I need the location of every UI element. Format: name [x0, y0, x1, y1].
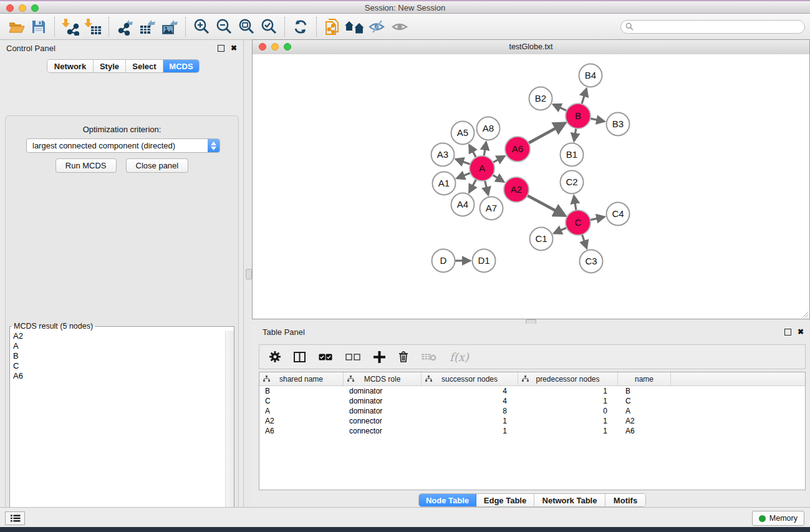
graph-edge-A-A1[interactable] [457, 173, 471, 178]
list-scrollbar[interactable] [225, 331, 234, 532]
show-columns-icon[interactable] [294, 352, 306, 362]
zoom-selected-button[interactable] [258, 16, 280, 37]
graph-edge-C-C3[interactable] [582, 233, 587, 248]
eye-slash-icon [368, 19, 387, 35]
graph-edge-C-C2[interactable] [574, 196, 576, 211]
float-table-panel-icon[interactable] [784, 329, 791, 336]
tab-network[interactable]: Network [47, 60, 94, 72]
network-canvas[interactable]: B4B2BB3A8A5A6A3B1AA1C2A2A4A7C4CC1C3DD1 [253, 54, 809, 319]
home-overview-button[interactable] [344, 16, 366, 37]
graph-edge-C-C1[interactable] [554, 227, 568, 233]
tab-mcds[interactable]: MCDS [163, 60, 199, 72]
tab-style[interactable]: Style [94, 60, 126, 72]
refresh-layout-button[interactable] [289, 16, 312, 37]
close-panel-icon[interactable]: ✖ [231, 44, 237, 52]
select-all-icon[interactable] [319, 354, 332, 360]
close-panel-button[interactable]: Close panel [126, 158, 189, 173]
cell: 1 [422, 417, 518, 425]
network-view-window: testGlobe.txt B4B2BB3A8A5A6A3B1AA1C2A2A4… [252, 39, 810, 319]
graph-edge-A-A5[interactable] [470, 145, 477, 158]
graph-edge-B-B2[interactable] [553, 105, 567, 112]
open-file-button[interactable] [5, 16, 27, 37]
attribute-tree-icon [425, 375, 432, 382]
delete-column-icon[interactable] [398, 351, 408, 362]
table-row[interactable]: Adominator80A [259, 406, 805, 416]
mcds-result-item[interactable]: A6 [13, 371, 234, 381]
graph-edge-A-A7[interactable] [485, 180, 488, 195]
graph-edge-A-A6[interactable] [492, 156, 504, 163]
mcds-result-box: MCDS result (5 nodes) A2ABCA6 [9, 322, 234, 532]
mcds-result-item[interactable]: A [13, 341, 234, 351]
resize-grip-icon[interactable] [801, 310, 809, 318]
float-panel-icon[interactable] [218, 45, 224, 52]
add-column-icon[interactable] [374, 351, 385, 363]
graph-edge-A-A4[interactable] [470, 178, 477, 192]
column-header-successor-nodes[interactable]: successor nodes [422, 372, 518, 385]
export-table-button[interactable] [136, 16, 158, 37]
table-row[interactable]: A6connector11A6 [259, 426, 805, 436]
run-mcds-button[interactable]: Run MCDS [55, 158, 117, 173]
toolbar-separator [316, 17, 317, 37]
graph-edge-A-A8[interactable] [484, 142, 486, 157]
graph-edge-B-B3[interactable] [589, 118, 604, 122]
close-table-panel-icon[interactable]: ✖ [798, 328, 804, 336]
settings-gear-icon[interactable] [269, 351, 281, 362]
column-header-MCDS-role[interactable]: MCDS role [344, 372, 422, 385]
search-box[interactable] [620, 20, 805, 34]
unselect-all-icon[interactable] [345, 354, 360, 360]
table-row[interactable]: Bdominator41B [259, 386, 805, 396]
table-row[interactable]: Cdominator41C [259, 396, 805, 406]
export-image-button[interactable] [158, 16, 181, 37]
zoom-selected-icon [260, 18, 277, 36]
network-file-button[interactable] [321, 16, 344, 37]
import-network-icon [62, 18, 79, 36]
graph-edge-A-A3[interactable] [456, 159, 471, 165]
graph-edge-B-B1[interactable] [574, 127, 577, 141]
open-folder-icon [7, 19, 25, 35]
task-history-button[interactable] [5, 511, 25, 525]
network-window-titlebar[interactable]: testGlobe.txt [253, 40, 809, 55]
mcds-result-title: MCDS result (5 nodes) [12, 322, 95, 331]
cell: 1 [518, 397, 618, 405]
memory-button[interactable]: Memory [752, 511, 804, 526]
cell: 1 [518, 417, 618, 425]
zoom-in-button[interactable] [190, 16, 213, 37]
graph-edge-A6-B[interactable] [528, 123, 565, 144]
column-header-name[interactable]: name [618, 372, 671, 385]
mcds-result-item[interactable]: A2 [13, 331, 234, 341]
import-table-button[interactable] [82, 16, 104, 37]
mcds-result-item[interactable]: B [13, 351, 234, 361]
tab-select[interactable]: Select [126, 60, 163, 72]
tab-node-table[interactable]: Node Table [419, 494, 476, 506]
zoom-fit-button[interactable] [235, 16, 258, 37]
column-header-shared-name[interactable]: shared name [259, 372, 344, 385]
mcds-result-item[interactable]: C [13, 361, 234, 371]
main-toolbar [0, 14, 810, 40]
tab-edge-table[interactable]: Edge Table [476, 494, 534, 506]
graph-edge-B-B4[interactable] [581, 89, 586, 105]
graph-edge-A2-C[interactable] [526, 195, 565, 215]
cell: dominator [344, 397, 422, 405]
column-header-empty [671, 372, 805, 385]
hide-selected-button[interactable] [366, 16, 388, 37]
criterion-value: largest connected component (directed) [27, 141, 208, 150]
tab-motifs[interactable]: Motifs [605, 494, 645, 506]
export-network-button[interactable] [113, 16, 136, 37]
search-input[interactable] [634, 22, 804, 32]
import-table-icon [84, 18, 102, 36]
search-icon [625, 22, 634, 31]
table-row[interactable]: A2connector11A2 [259, 416, 805, 426]
tab-network-table[interactable]: Network Table [534, 494, 605, 506]
show-all-eye-button[interactable] [388, 16, 411, 37]
save-session-button[interactable] [27, 16, 50, 37]
graph-node-label: A2 [511, 184, 522, 195]
column-header-predecessor-nodes[interactable]: predecessor nodes [518, 372, 618, 385]
cell: 4 [422, 397, 518, 405]
zoom-out-button[interactable] [213, 16, 235, 37]
vertical-split-handle[interactable] [246, 269, 252, 279]
graph-edge-A-A2[interactable] [491, 174, 503, 181]
import-network-button[interactable] [59, 16, 82, 37]
criterion-select[interactable]: largest connected component (directed) [26, 138, 220, 153]
network-file-icon [324, 17, 341, 36]
graph-edge-C-C4[interactable] [589, 217, 604, 220]
